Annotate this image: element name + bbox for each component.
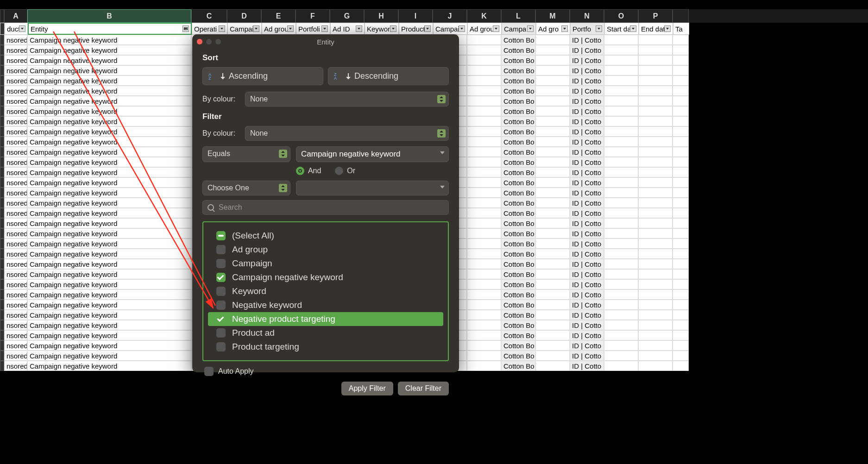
cell[interactable]: Campaign negative keyword: [27, 55, 191, 65]
checkbox-icon[interactable]: [216, 301, 226, 310]
cell[interactable]: nsored: [4, 65, 27, 75]
cell[interactable]: ID | Cotto: [570, 330, 604, 340]
row-header[interactable]: [0, 279, 4, 289]
cell[interactable]: [638, 147, 673, 157]
cell[interactable]: ID | Cotto: [570, 340, 604, 351]
cell[interactable]: nsored: [4, 259, 27, 269]
cell[interactable]: [673, 198, 689, 208]
filter-search-input[interactable]: Search: [202, 200, 449, 215]
cell[interactable]: [638, 289, 673, 300]
row-header[interactable]: [0, 55, 4, 65]
cell[interactable]: [535, 320, 570, 330]
colhdr-N[interactable]: N: [570, 9, 604, 23]
row-header[interactable]: [0, 157, 4, 167]
cell[interactable]: ID | Cotto: [570, 198, 604, 208]
cell[interactable]: ID | Cotto: [570, 228, 604, 238]
filter-icon[interactable]: [664, 25, 671, 32]
filter-active-icon[interactable]: [182, 25, 189, 32]
cell[interactable]: nsored: [4, 310, 27, 320]
cell[interactable]: [604, 35, 638, 45]
cell[interactable]: [638, 126, 673, 137]
cell[interactable]: [638, 96, 673, 106]
colhdr-D[interactable]: D: [227, 9, 261, 23]
cell[interactable]: [467, 320, 501, 330]
cell[interactable]: nsored: [4, 106, 27, 116]
colhdr-C[interactable]: C: [191, 9, 227, 23]
cell[interactable]: Cotton Bo: [501, 238, 535, 249]
and-radio[interactable]: And: [296, 167, 321, 175]
cell[interactable]: ID | Cotto: [570, 269, 604, 279]
cell[interactable]: ID | Cotto: [570, 45, 604, 55]
cell[interactable]: Cotton Bo: [501, 300, 535, 310]
checkbox-icon[interactable]: [216, 287, 226, 296]
cell[interactable]: Campaign negative keyword: [27, 137, 191, 147]
filter-icon[interactable]: [19, 25, 25, 32]
cell[interactable]: [673, 147, 689, 157]
colhdr-O[interactable]: O: [604, 9, 638, 23]
cell[interactable]: [467, 177, 501, 188]
cell[interactable]: ID | Cotto: [570, 249, 604, 259]
cell[interactable]: ID | Cotto: [570, 320, 604, 330]
filter-operator-select[interactable]: Equals: [202, 146, 290, 162]
cell[interactable]: [467, 55, 501, 65]
cell[interactable]: [535, 188, 570, 198]
cell[interactable]: [604, 55, 638, 65]
cell[interactable]: [467, 330, 501, 340]
cell[interactable]: Cotton Bo: [501, 157, 535, 167]
cell[interactable]: [535, 147, 570, 157]
sort-ascending-button[interactable]: Ascending: [202, 67, 323, 85]
cell[interactable]: ID | Cotto: [570, 279, 604, 289]
cell[interactable]: [673, 279, 689, 289]
cell[interactable]: [604, 116, 638, 126]
field-K[interactable]: Ad grou: [467, 23, 502, 35]
cell[interactable]: Cotton Bo: [501, 188, 535, 198]
cell[interactable]: nsored: [4, 269, 27, 279]
or-radio[interactable]: Or: [335, 167, 355, 175]
cell[interactable]: [638, 198, 673, 208]
cell[interactable]: [638, 167, 673, 177]
cell[interactable]: [467, 198, 501, 208]
cell[interactable]: [673, 289, 689, 300]
cell[interactable]: Cotton Bo: [501, 55, 535, 65]
row-header[interactable]: [0, 96, 4, 106]
cell[interactable]: [535, 45, 570, 55]
cell[interactable]: [535, 269, 570, 279]
cell[interactable]: [604, 198, 638, 208]
cell[interactable]: [535, 35, 570, 45]
filter-value-item[interactable]: (Select All): [208, 229, 443, 243]
cell[interactable]: [638, 330, 673, 340]
row-header[interactable]: [0, 167, 4, 177]
cell[interactable]: [604, 340, 638, 351]
cell[interactable]: [535, 300, 570, 310]
cell[interactable]: [535, 310, 570, 320]
cell[interactable]: [604, 300, 638, 310]
cell[interactable]: [467, 269, 501, 279]
cell[interactable]: [467, 238, 501, 249]
cell[interactable]: [535, 289, 570, 300]
cell[interactable]: [638, 269, 673, 279]
cell[interactable]: nsored: [4, 300, 27, 310]
cell[interactable]: [638, 137, 673, 147]
cell[interactable]: Cotton Bo: [501, 330, 535, 340]
cell[interactable]: Campaign negative keyword: [27, 289, 191, 300]
cell[interactable]: [604, 330, 638, 340]
cell[interactable]: [673, 86, 689, 96]
colhdr-H[interactable]: H: [364, 9, 398, 23]
cell[interactable]: Cotton Bo: [501, 45, 535, 55]
cell[interactable]: [604, 177, 638, 188]
row-header[interactable]: [0, 106, 4, 116]
cell[interactable]: [673, 259, 689, 269]
cell[interactable]: [638, 116, 673, 126]
cell[interactable]: Cotton Bo: [501, 320, 535, 330]
filter-value-2-select[interactable]: [296, 181, 449, 195]
colhdr-ext[interactable]: [673, 9, 689, 23]
cell[interactable]: nsored: [4, 157, 27, 167]
cell[interactable]: nsored: [4, 116, 27, 126]
cell[interactable]: Cotton Bo: [501, 106, 535, 116]
cell[interactable]: [604, 65, 638, 75]
cell[interactable]: Campaign negative keyword: [27, 86, 191, 96]
cell[interactable]: [673, 35, 689, 45]
row-header[interactable]: [0, 351, 4, 361]
cell[interactable]: [535, 75, 570, 86]
cell[interactable]: Campaign negative keyword: [27, 269, 191, 279]
